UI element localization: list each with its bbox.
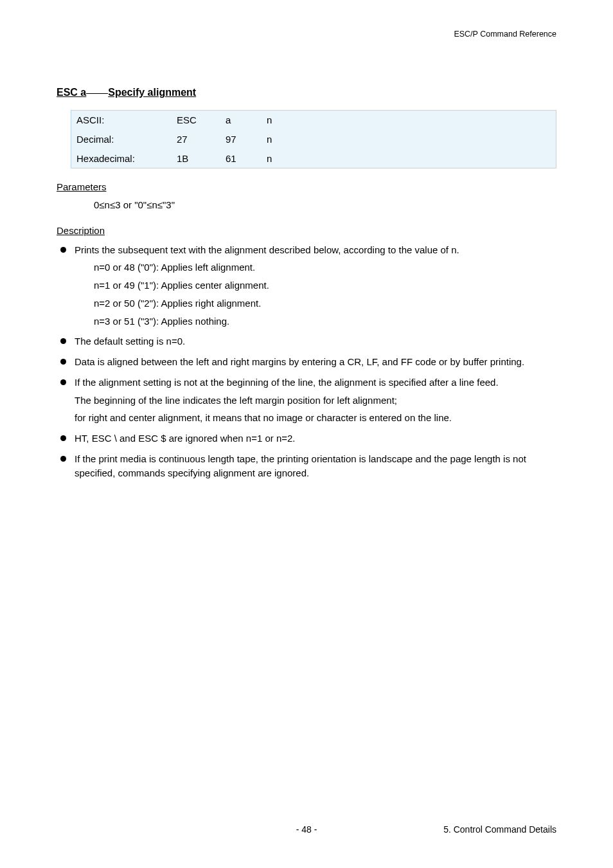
table-row: Decimal: 27 97 n [71, 130, 556, 149]
cell-label: ASCII: [71, 111, 172, 130]
title-gap [86, 93, 108, 94]
footer: - 48 - 5. Control Command Details [0, 823, 613, 836]
code-table: ASCII: ESC a n Decimal: 27 97 n Hexadeci… [71, 110, 556, 168]
description-list: Prints the subsequent text with the alig… [57, 243, 556, 480]
parameters-line: 0≤n≤3 or "0"≤n≤"3" [94, 198, 556, 212]
footer-right: 5. Control Command Details [443, 823, 556, 836]
bullet-text: If the print media is continuous length … [75, 453, 526, 478]
description-heading: Description [57, 224, 556, 238]
sub-item: n=2 or 50 ("2"): Applies right alignment… [94, 296, 556, 311]
bullet-para: for right and center alignment, it means… [75, 411, 556, 425]
title-command: ESC a [57, 87, 86, 98]
table-row: ASCII: ESC a n [71, 111, 556, 130]
cell-c1: 1B [172, 149, 220, 168]
cell-c3: n [262, 111, 556, 130]
cell-c1: 27 [172, 130, 220, 149]
sub-item: n=3 or 51 ("3"): Applies nothing. [94, 314, 556, 329]
bullet-text: If the alignment setting is not at the b… [75, 377, 499, 388]
parameters-heading: Parameters [57, 180, 556, 194]
cell-c3: n [262, 149, 556, 168]
cell-c2: a [220, 111, 262, 130]
cell-c3: n [262, 130, 556, 149]
header-right: ESC/P Command Reference [454, 28, 556, 40]
cell-label: Hexadecimal: [71, 149, 172, 168]
list-item: HT, ESC \ and ESC $ are ignored when n=1… [57, 431, 556, 446]
list-item: If the print media is continuous length … [57, 452, 556, 480]
page: ESC/P Command Reference ESC aSpecify ali… [0, 0, 613, 868]
cell-c2: 97 [220, 130, 262, 149]
bullet-text: The default setting is n=0. [75, 336, 185, 347]
bullet-text: Prints the subsequent text with the alig… [75, 244, 459, 255]
list-item: Prints the subsequent text with the alig… [57, 243, 556, 329]
sub-item: n=1 or 49 ("1"): Applies center alignmen… [94, 278, 556, 293]
sub-item: n=0 or 48 ("0"): Applies left alignment. [94, 260, 556, 275]
title-text: Specify alignment [108, 87, 196, 98]
bullet-para: The beginning of the line indicates the … [75, 393, 556, 408]
list-item: If the alignment setting is not at the b… [57, 375, 556, 425]
bullet-text: Data is aligned between the left and rig… [75, 356, 524, 367]
bullet-text: HT, ESC \ and ESC $ are ignored when n=1… [75, 433, 296, 444]
table-row: Hexadecimal: 1B 61 n [71, 149, 556, 168]
list-item: The default setting is n=0. [57, 334, 556, 348]
list-item: Data is aligned between the left and rig… [57, 355, 556, 369]
cell-c1: ESC [172, 111, 220, 130]
sub-list: n=0 or 48 ("0"): Applies left alignment.… [94, 260, 556, 328]
section-title: ESC aSpecify alignment [57, 85, 556, 100]
cell-c2: 61 [220, 149, 262, 168]
cell-label: Decimal: [71, 130, 172, 149]
